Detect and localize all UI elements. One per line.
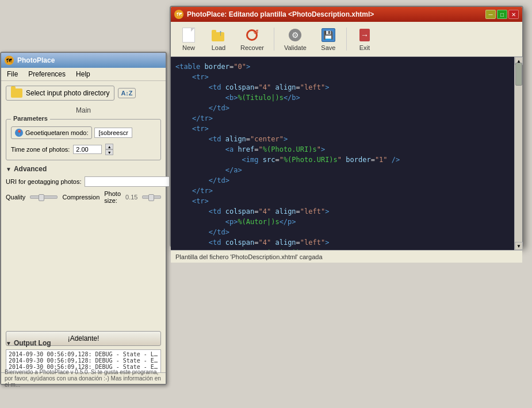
menu-file[interactable]: File: [5, 70, 20, 79]
geo-icon: 📍: [15, 129, 23, 137]
app-status-bar: Bienvenido a PhotoPlace v 0.5.0. Si te g…: [1, 372, 166, 384]
new-label: New: [182, 44, 195, 51]
advanced-section: ▼ Advanced URI for geotagging photos: Qu…: [6, 165, 161, 204]
recover-circle-icon: ↺: [245, 28, 259, 42]
select-dir-label: Select input photo directory: [26, 89, 109, 97]
load-folder-icon: ↑: [212, 29, 225, 41]
photo-size-slider[interactable]: [142, 195, 161, 199]
validate-button[interactable]: ⚙ Validate: [278, 24, 313, 54]
log-line-1: 2014-09-30 00:56:09,128: DEBUG - State -…: [9, 351, 158, 357]
recover-label: Recover: [240, 44, 264, 51]
toolbar-separator-2: [346, 28, 347, 51]
app-content: Select input photo directory A↕Z Main Pa…: [1, 81, 166, 212]
photo-size-thumb: [148, 194, 154, 201]
timezone-up[interactable]: ▲: [105, 144, 113, 149]
save-label: Save: [321, 44, 335, 51]
editor-statusbar: Plantilla del fichero 'PhotoDescription.…: [171, 250, 522, 263]
minimize-button[interactable]: ─: [485, 10, 496, 19]
recover-icon: ↺: [244, 27, 260, 43]
quality-label: Quality: [6, 194, 25, 201]
menu-help[interactable]: Help: [74, 70, 93, 79]
app-titlebar: 🗺 PhotoPlace: [1, 53, 166, 68]
photo-size-value: 0.15: [125, 194, 137, 201]
output-log-triangle-icon: ▼: [6, 340, 12, 347]
titlebar-buttons: ─ □ ✕: [485, 10, 519, 19]
sliders-row: Quality Compression Photo size: 0.15: [6, 190, 161, 204]
advanced-toggle[interactable]: ▼ Advanced: [6, 165, 161, 173]
editor-toolbar: New ↑ Load ↺ Recover: [171, 22, 522, 57]
output-log-toggle[interactable]: ▼ Output Log: [6, 339, 161, 347]
editor-status-text: Plantilla del fichero 'PhotoDescription.…: [175, 253, 323, 260]
toolbar-separator: [274, 28, 274, 51]
editor-titlebar: 🗺 PhotoPlace: Editando plantilla <PhotoD…: [171, 7, 522, 22]
exit-icon: →: [357, 27, 373, 43]
dir-selector: Select input photo directory A↕Z: [6, 86, 161, 101]
validate-label: Validate: [284, 44, 307, 51]
section-main-label: Main: [6, 106, 161, 114]
editor-titlebar-left: 🗺 PhotoPlace: Editando plantilla <PhotoD…: [174, 10, 374, 19]
load-icon: ↑: [210, 27, 227, 43]
parameters-title: Parameters: [11, 115, 50, 122]
save-button[interactable]: 💾 Save: [314, 24, 343, 54]
quality-slider[interactable]: [30, 195, 58, 199]
photo-size-label: Photo size:: [104, 190, 121, 204]
code-editor[interactable]: <table border="0"> <tr> <td colspan="4" …: [171, 57, 514, 250]
exit-door-icon: →: [357, 28, 372, 43]
geo-mode-value[interactable]: [sobreescr: [94, 128, 132, 138]
validate-icon: ⚙: [287, 27, 303, 43]
uri-label: URI for geotagging photos:: [6, 178, 81, 185]
editor-scrollbar[interactable]: ▲ ▼: [514, 57, 522, 250]
select-dir-button[interactable]: Select input photo directory: [6, 86, 114, 101]
new-doc-icon: [182, 28, 195, 43]
scroll-thumb[interactable]: [515, 63, 522, 86]
editor-window: 🗺 PhotoPlace: Editando plantilla <PhotoD…: [170, 6, 523, 247]
geo-row: 📍 Geoetiquetaren modo: [sobreescr: [11, 126, 156, 139]
geo-button[interactable]: 📍 Geoetiquetaren modo:: [11, 126, 92, 139]
advanced-label: Advanced: [14, 165, 47, 173]
load-label: Load: [212, 44, 225, 51]
editor-body: <table border="0"> <tr> <td colspan="4" …: [171, 57, 522, 250]
timezone-input[interactable]: [73, 145, 102, 154]
new-button[interactable]: New: [174, 24, 203, 54]
app-window: 🗺 PhotoPlace File Preferences Help Selec…: [0, 52, 167, 385]
geo-label: Geoetiquetaren modo:: [25, 129, 88, 136]
editor-title: PhotoPlace: Editando plantilla <PhotoDes…: [187, 10, 374, 18]
timezone-spinner: ▲ ▼: [105, 144, 113, 155]
maximize-button[interactable]: □: [497, 10, 507, 19]
load-button[interactable]: ↑ Load: [204, 24, 233, 54]
status-text: Bienvenido a PhotoPlace v 0.5.0. Si te g…: [5, 369, 162, 388]
compression-label: Compression: [62, 194, 99, 201]
exit-button[interactable]: → Exit: [350, 24, 379, 54]
menu-preferences[interactable]: Preferences: [26, 70, 68, 79]
log-line-2: 2014-09-30 00:56:09,128: DEBUG - State -…: [9, 357, 158, 364]
timezone-down[interactable]: ▼: [105, 149, 113, 155]
new-icon: [181, 27, 197, 43]
uri-row: URI for geotagging photos:: [6, 176, 161, 187]
app-menubar: File Preferences Help: [1, 68, 166, 81]
floppy-icon: 💾: [322, 28, 335, 42]
output-log-label: Output Log: [14, 339, 51, 347]
sort-button[interactable]: A↕Z: [118, 88, 135, 98]
parameters-group: Parameters 📍 Geoetiquetaren modo: [sobre…: [6, 119, 161, 160]
advanced-triangle-icon: ▼: [6, 166, 12, 172]
app-icon: 🗺: [5, 56, 14, 65]
folder-icon: [11, 88, 22, 98]
uri-input[interactable]: [85, 176, 170, 187]
timezone-label: Time zone of photos:: [11, 146, 70, 153]
recover-button[interactable]: ↺ Recover: [234, 24, 270, 54]
save-icon: 💾: [320, 27, 336, 43]
timezone-row: Time zone of photos: ▲ ▼: [11, 144, 156, 155]
exit-label: Exit: [359, 44, 370, 51]
close-button[interactable]: ✕: [508, 10, 519, 19]
app-title: PhotoPlace: [17, 56, 55, 64]
quality-thumb: [39, 194, 44, 201]
scroll-down-button[interactable]: ▼: [515, 242, 523, 250]
gear-icon: ⚙: [288, 28, 303, 43]
editor-icon: 🗺: [174, 10, 183, 19]
